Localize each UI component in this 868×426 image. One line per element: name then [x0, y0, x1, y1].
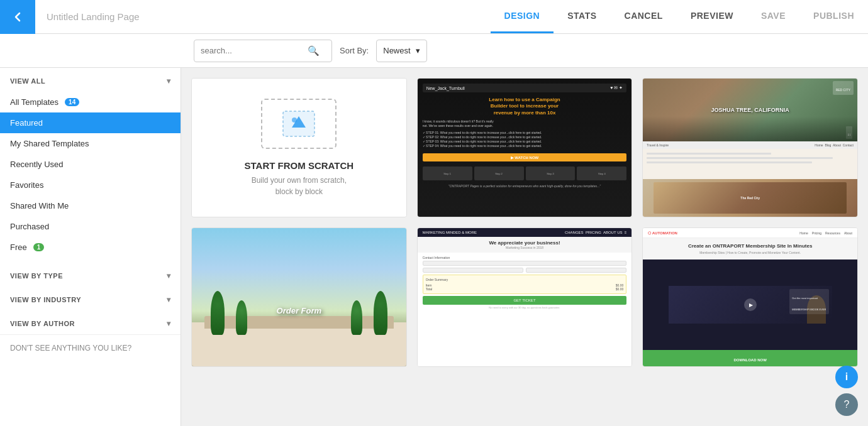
view-all-header[interactable]: VIEW ALL ▾	[0, 68, 181, 92]
red-city-card[interactable]: RED CITY ⛶ JOSHUA TREE, CALIFORNIA Trave…	[642, 78, 858, 217]
all-templates-badge: 14	[65, 98, 79, 106]
campaign-nav: New_Jack_Turnbull ♥ ✉ ✦	[423, 84, 627, 92]
chevron-down-icon: ▾	[167, 295, 171, 304]
info-button[interactable]: i	[835, 366, 858, 388]
svg-point-1	[292, 117, 297, 123]
sidebar-item-free[interactable]: Free 1	[0, 237, 181, 258]
nav-publish[interactable]: PUBLISH	[799, 0, 868, 33]
order-form-preview: MARKETING MINDED & MORE CHANGES PRICING …	[418, 228, 632, 366]
nav-stats[interactable]: STATS	[554, 0, 610, 33]
chevron-down-icon: ▾	[167, 319, 171, 328]
chevron-down-icon: ▾	[416, 46, 420, 55]
back-button[interactable]	[0, 0, 35, 34]
nav-design[interactable]: DESIGN	[491, 0, 554, 33]
search-input[interactable]	[201, 46, 308, 55]
help-button[interactable]: ?	[835, 393, 858, 416]
free-badge: 1	[33, 243, 45, 251]
topbar-nav: DESIGN STATS CANCEL PREVIEW SAVE PUBLISH	[491, 0, 868, 33]
sidebar: VIEW ALL ▾ All Templates 14 Featured My …	[0, 68, 181, 426]
nav-preview[interactable]: PREVIEW	[677, 0, 747, 33]
view-by-type-label: VIEW BY TYPE	[10, 272, 63, 280]
sidebar-item-all-templates[interactable]: All Templates 14	[0, 92, 181, 112]
scratch-subtitle: Build your own from scratch,block by blo…	[252, 175, 347, 197]
sidebar-item-recently-used[interactable]: Recently Used	[0, 154, 181, 175]
red-city-preview: RED CITY ⛶ JOSHUA TREE, CALIFORNIA Trave…	[643, 79, 857, 217]
nav-cancel[interactable]: CANCEL	[611, 0, 677, 33]
casa-preview: Order Form	[192, 228, 406, 366]
view-by-type-header[interactable]: VIEW BY TYPE ▾	[0, 263, 181, 287]
searchbar: 🔍 Sort By: Newest ▾	[0, 34, 868, 68]
search-icon: 🔍	[308, 45, 320, 57]
chevron-down-icon: ▾	[167, 271, 171, 280]
search-input-wrap[interactable]: 🔍	[194, 40, 332, 62]
scratch-card[interactable]: START FROM SCRATCH Build your own from s…	[191, 78, 407, 217]
sort-value: Newest	[383, 46, 410, 55]
view-all-label: VIEW ALL	[10, 77, 45, 85]
sidebar-item-favorites[interactable]: Favorites	[0, 175, 181, 195]
sort-label: Sort By:	[340, 46, 369, 55]
casa-title: Order Form	[277, 306, 322, 315]
scratch-preview: START FROM SCRATCH Build your own from s…	[192, 79, 406, 217]
sidebar-item-featured[interactable]: Featured	[0, 112, 181, 133]
scratch-title: START FROM SCRATCH	[245, 160, 354, 171]
sidebar-bottom: DON'T SEE ANYTHING YOU LIKE?	[0, 334, 181, 361]
page-title: Untitled Landing Page	[35, 11, 491, 22]
membership-card[interactable]: ⬡ AUTOMATION Home Pricing Resources Abou…	[642, 227, 858, 367]
main: VIEW ALL ▾ All Templates 14 Featured My …	[0, 68, 868, 426]
sort-dropdown[interactable]: Newest ▾	[376, 40, 426, 62]
sidebar-item-purchased[interactable]: Purchased	[0, 216, 181, 237]
view-by-industry-label: VIEW BY INDUSTRY	[10, 296, 81, 303]
membership-preview: ⬡ AUTOMATION Home Pricing Resources Abou…	[643, 228, 857, 366]
nav-save[interactable]: SAVE	[747, 0, 799, 33]
red-city-hero: RED CITY ⛶ JOSHUA TREE, CALIFORNIA	[643, 79, 857, 141]
view-by-author-label: VIEW BY AUTHOR	[10, 320, 75, 327]
topbar: Untitled Landing Page DESIGN STATS CANCE…	[0, 0, 868, 34]
casa-card[interactable]: Order Form	[191, 227, 407, 367]
view-by-author-header[interactable]: VIEW BY AUTHOR ▾	[0, 310, 181, 334]
sidebar-item-my-shared[interactable]: My Shared Templates	[0, 133, 181, 154]
campaign-preview: New_Jack_Turnbull ♥ ✉ ✦ Learn how to use…	[418, 79, 632, 217]
template-grid: START FROM SCRATCH Build your own from s…	[181, 68, 868, 426]
scratch-icon	[261, 99, 337, 149]
order-form-card[interactable]: MARKETING MINDED & MORE CHANGES PRICING …	[417, 227, 633, 367]
chevron-down-icon: ▾	[167, 77, 171, 85]
campaign-card[interactable]: New_Jack_Turnbull ♥ ✉ ✦ Learn how to use…	[417, 78, 633, 217]
sidebar-item-shared-with-me[interactable]: Shared With Me	[0, 195, 181, 216]
view-by-industry-header[interactable]: VIEW BY INDUSTRY ▾	[0, 287, 181, 310]
